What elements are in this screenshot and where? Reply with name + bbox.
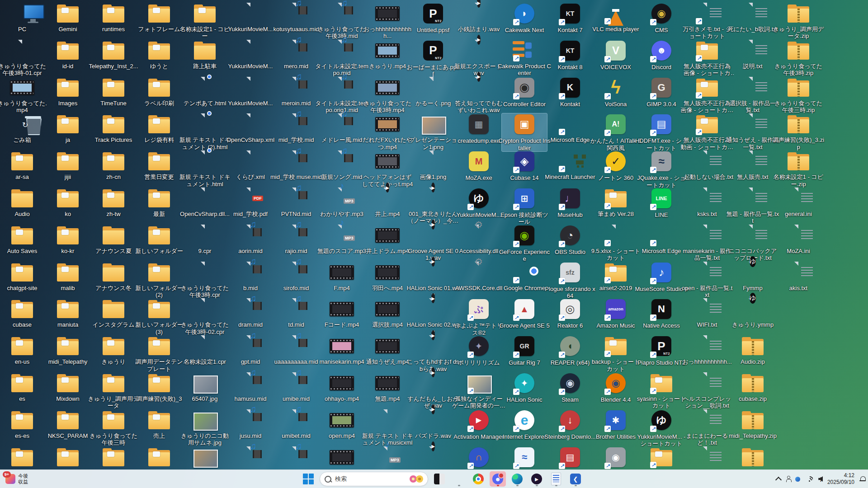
desktop-icon[interactable]: きゅうり食ってた午後3時.zip [776,40,821,77]
desktop-icon[interactable]: ⚙AWSSDK.Core.dll [456,262,501,291]
wifi-icon[interactable] [806,476,813,482]
desktop-icon[interactable]: インスタグラム [91,298,136,328]
desktop-icon[interactable]: e↗Internet Explorer [502,409,547,440]
desktop-icon[interactable]: ohhayo-.mp4 [319,372,364,402]
desktop-icon[interactable]: ♫umibet.mid [274,409,319,439]
desktop-icon[interactable]: ♫aorin.mid [228,225,273,254]
desktop-icon[interactable]: 最新 [137,188,182,217]
desktop-icon[interactable]: malib [45,262,90,291]
desktop-icon[interactable]: 選択肢.mp4 [365,298,410,328]
desktop-icon[interactable]: ↗筆まめ Ver.28 [593,188,638,217]
desktop-icon[interactable]: zh-cn [91,150,136,180]
desktop-icon[interactable]: open.mp4 [319,409,364,439]
desktop-icon[interactable]: ▶新規エクスポート.wav [456,40,501,77]
desktop-icon[interactable]: ▶↗Activation Manager [456,409,501,440]
desktop-icon[interactable]: フォトフレーム [137,3,182,33]
desktop-icon[interactable] [0,446,45,468]
taskbar-app-media-player[interactable]: ▶ [528,471,545,487]
desktop-icon[interactable]: A!↗かんたん！AITalk 3 関西風 [593,113,638,151]
desktop-icon[interactable]: F.mp4 [319,262,364,291]
desktop-icon[interactable]: ヘルスコンプレッション__歌詞.txt [684,372,730,409]
desktop-icon[interactable]: ♪MP3わかりやす.mp3 [319,188,364,217]
accessibility-icon[interactable] [786,477,790,481]
desktop-icon[interactable]: ja [45,113,90,143]
desktop-icon[interactable]: おっhhhhhhhhhh... [684,335,730,365]
desktop-icon[interactable]: MoZA.ini [776,225,821,254]
desktop-icon[interactable]: general.ini [776,188,821,217]
desktop-icon[interactable]: ↗無人販売不正行為 画像 - ショートカット [684,77,730,114]
desktop-icon[interactable]: ♫td.mid [274,298,319,328]
desktop-icon[interactable]: ↗airset2-2019 [593,262,638,291]
desktop-icon[interactable]: Gemini [45,3,90,33]
onedrive-icon[interactable] [795,477,800,482]
desktop-icon[interactable]: おっhhhhhhhhhhhh... [365,3,410,40]
desktop-icon[interactable]: ↗ [639,446,684,468]
taskbar-app-cubase[interactable]: ❮ [567,471,584,487]
desktop-icon[interactable]: きゅうり食ってた午後3時.cpr [182,262,227,299]
desktop-icon[interactable]: Fコード.mp4 [319,298,364,328]
desktop-icon[interactable]: Auto Saves [0,225,45,254]
desktop-icon[interactable]: ヘッドフォンはずしててよかっt.mp4 [365,150,410,188]
desktop-icon[interactable]: YukkuriMovieM... [228,3,273,33]
desktop-icon[interactable]: ◗↗Cakewalk Next [502,3,547,33]
desktop-icon[interactable]: ▶井上.mp4 [365,188,410,217]
desktop-icon[interactable]: Mixdown [45,372,90,402]
desktop-icon[interactable]: ▲↗Groove Agent SE 5 [502,298,547,329]
desktop-icon[interactable]: ◉↗GeForce Experience [502,225,547,263]
desktop-icon[interactable]: ♫jusu.mid [228,409,273,439]
desktop-icon[interactable]: TimeTune [91,77,136,107]
taskbar-app-chrome[interactable] [470,471,486,487]
desktop-icon[interactable]: ♪MP3 [365,446,410,468]
desktop-icon[interactable]: ko [45,188,90,217]
desktop-icon[interactable]: ♫mero.mid [274,40,319,70]
desktop-icon[interactable]: en-us [0,335,45,365]
desktop-icon[interactable]: N↗Native Access [639,298,684,329]
desktop-icon[interactable]: ♫ [274,446,319,468]
desktop-icon[interactable]: ↗孤独なインディーゲーム開発者の一生 ... [456,372,501,409]
desktop-icon[interactable] [137,446,182,468]
desktop-icon[interactable]: ♫ [228,446,273,468]
desktop-icon[interactable]: 名称未設定1 - コピー [182,3,227,40]
desktop-icon[interactable]: ☻↗Discord [639,40,684,70]
desktop-icon[interactable]: ◉↗CMS [639,3,684,33]
desktop-icon[interactable]: ▤↗ [547,446,593,469]
desktop-icon[interactable]: テンポあて.html [182,77,227,107]
desktop-icon[interactable]: cubase.zip [730,372,775,402]
desktop-icon[interactable]: ゆ↗YukkuriMovieM... - ショートカット [639,409,684,447]
start-button[interactable] [300,471,316,487]
tray-overflow-chevron-icon[interactable] [775,477,782,483]
desktop-icon[interactable]: 新しいフォルダー [137,225,182,254]
desktop-icon[interactable]: 死にたい_b歌詞.txt [730,3,775,33]
desktop-icon[interactable]: ↗万引きメモ.txt - ショートカット [684,3,730,40]
desktop-icon[interactable]: 調声用データテンプレート [137,335,182,372]
desktop-icon[interactable]: KT↗Kontakt 8 [547,40,593,70]
desktop-icon[interactable]: OpenCvSharp.xml [228,113,273,143]
desktop-icon[interactable]: ゆきゅうり.ymmp [730,298,775,328]
desktop-icon[interactable]: ゆうと [137,40,182,70]
desktop-icon[interactable]: ∩↗ [456,446,501,469]
desktop-icon[interactable]: 名称未設定1 - コピー.zip [776,150,821,188]
desktop-icon[interactable]: ✦↗HALion Sonic [502,372,547,403]
desktop-icon[interactable]: G↗GIMP 3.0.4 [639,77,684,108]
desktop-icon[interactable]: ↗backup - ショートカット [593,335,638,372]
desktop-icon[interactable]: きゅうり食ってた.mp4 [0,77,45,114]
desktop-icon[interactable]: ♫hamusu.mid [228,372,273,402]
desktop-icon[interactable]: _起動しない場合.txt [684,150,730,180]
taskbar-app-discord[interactable]: ☻ [490,471,506,487]
desktop-icon[interactable]: ♫mid_学校 muse.mid [274,150,319,180]
desktop-icon[interactable]: sfz↗Plogue sforzando x64 [547,262,593,300]
desktop-icon[interactable]: ♩↗MuseHub [547,188,593,218]
desktop-icon[interactable]: P↗Piapro Studio NT2 [639,335,684,366]
desktop-icon[interactable]: ▶こってもhdすおf dsbらあ.wav [410,335,456,372]
desktop-icon[interactable]: きゅうり食ってた午後3時-02.cpr [182,298,227,335]
desktop-icon[interactable]: ↓↗Steinberg Downlo... [547,409,593,440]
desktop-icon[interactable]: 名称未設定1.cpr [182,335,227,365]
desktop-icon[interactable]: ϟ↗VoiSona [593,77,638,108]
desktop-icon[interactable]: ◉↗ [593,446,638,469]
desktop-icon[interactable]: 選択肢 - 親作品一覧.txt [730,77,775,114]
desktop-icon[interactable]: jijii [45,150,90,180]
search-input[interactable]: 検索 [320,472,428,486]
desktop-icon[interactable]: NKSC_PARAM [45,409,90,439]
desktop-icon[interactable]: 65407.jpg [182,372,227,402]
desktop-icon[interactable]: ゆFymmp [730,262,775,291]
